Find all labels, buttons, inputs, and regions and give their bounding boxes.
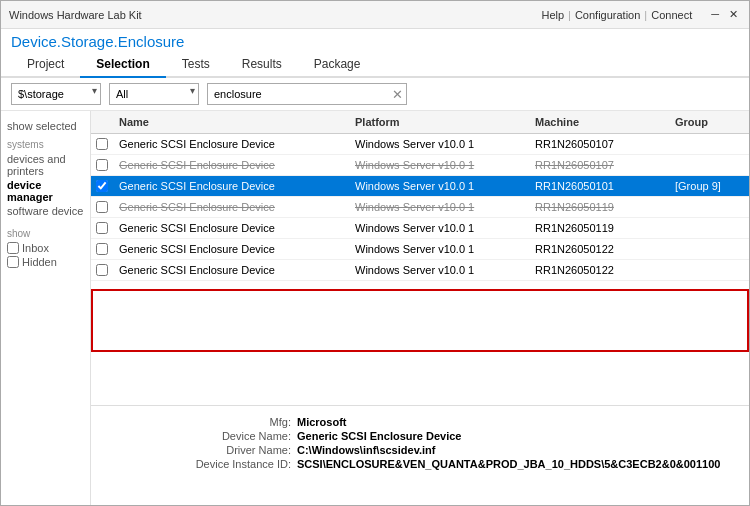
- col-header-group: Group: [669, 114, 749, 130]
- table-row[interactable]: Generic SCSI Enclosure DeviceWindows Ser…: [91, 134, 749, 155]
- row-check-cell: [91, 241, 113, 257]
- row-group: [669, 142, 749, 146]
- row-check-cell: [91, 136, 113, 152]
- row-checkbox[interactable]: [96, 159, 108, 171]
- col-header-name: Name: [113, 114, 349, 130]
- tab-project[interactable]: Project: [11, 52, 80, 78]
- sidebar-systems-label: systems: [7, 139, 84, 150]
- row-machine: RR1N26050107: [529, 136, 669, 152]
- row-platform: Windows Server v10.0 1: [349, 178, 529, 194]
- connect-link[interactable]: Connect: [651, 9, 692, 21]
- row-checkbox[interactable]: [96, 264, 108, 276]
- row-check-cell: [91, 220, 113, 236]
- row-check-cell: [91, 262, 113, 278]
- row-checkbox[interactable]: [96, 222, 108, 234]
- content-area: show selected systems devices and printe…: [1, 111, 749, 505]
- table-row[interactable]: Generic SCSI Enclosure DeviceWindows Ser…: [91, 260, 749, 281]
- row-machine: RR1N26050122: [529, 241, 669, 257]
- window-controls: ─ ✕: [708, 8, 741, 21]
- detail-panel: Mfg: Microsoft Device Name: Generic SCSI…: [91, 405, 749, 505]
- filter-dropdown[interactable]: All: [109, 83, 199, 105]
- row-platform: Windows Server v10.0 1: [349, 241, 529, 257]
- row-group: [Group 9]: [669, 178, 749, 194]
- row-name: Generic SCSI Enclosure Device: [113, 178, 349, 194]
- row-check-cell: [91, 178, 113, 194]
- mfg-label: Mfg:: [171, 416, 291, 428]
- mfg-value: Microsoft: [297, 416, 347, 428]
- sidebar-item-software-device[interactable]: software device: [7, 204, 84, 218]
- configuration-link[interactable]: Configuration: [575, 9, 640, 21]
- row-platform: Windows Server v10.0 1: [349, 157, 529, 173]
- detail-driver-name-row: Driver Name: C:\Windows\inf\scsidev.inf: [171, 444, 739, 456]
- tab-selection[interactable]: Selection: [80, 52, 165, 78]
- inbox-label: Inbox: [22, 242, 49, 254]
- col-header-check: [91, 114, 113, 130]
- breadcrumb: Device.Storage.Enclosure: [1, 29, 749, 52]
- row-checkbox[interactable]: [96, 243, 108, 255]
- table-row[interactable]: Generic SCSI Enclosure DeviceWindows Ser…: [91, 155, 749, 176]
- sidebar-item-device-manager[interactable]: device manager: [7, 178, 84, 204]
- row-platform: Windows Server v10.0 1: [349, 220, 529, 236]
- row-group: [669, 226, 749, 230]
- row-checkbox[interactable]: [96, 201, 108, 213]
- filter-dropdown-wrap[interactable]: All: [109, 83, 199, 105]
- minimize-button[interactable]: ─: [708, 8, 722, 21]
- row-check-cell: [91, 199, 113, 215]
- row-name: Generic SCSI Enclosure Device: [113, 136, 349, 152]
- detail-device-name-row: Device Name: Generic SCSI Enclosure Devi…: [171, 430, 739, 442]
- device-instance-value: SCSI\ENCLOSURE&VEN_QUANTA&PROD_JBA_10_HD…: [297, 458, 720, 470]
- sidebar-item-show-selected[interactable]: show selected: [7, 119, 84, 133]
- row-name: Generic SCSI Enclosure Device: [113, 157, 349, 173]
- row-platform: Windows Server v10.0 1: [349, 136, 529, 152]
- help-link[interactable]: Help: [541, 9, 564, 21]
- search-clear-button[interactable]: ✕: [392, 88, 403, 101]
- row-checkbox[interactable]: [96, 138, 108, 150]
- table-body: Generic SCSI Enclosure DeviceWindows Ser…: [91, 134, 749, 405]
- table-row[interactable]: Generic SCSI Enclosure DeviceWindows Ser…: [91, 239, 749, 260]
- device-name-value: Generic SCSI Enclosure Device: [297, 430, 461, 442]
- row-machine: RR1N26050101: [529, 178, 669, 194]
- row-platform: Windows Server v10.0 1: [349, 262, 529, 278]
- sidebar-show-label: show: [7, 228, 84, 239]
- row-group: [669, 163, 749, 167]
- search-wrap: ✕: [207, 83, 407, 105]
- tab-results[interactable]: Results: [226, 52, 298, 78]
- sidebar-check-hidden[interactable]: Hidden: [7, 255, 84, 269]
- close-button[interactable]: ✕: [726, 8, 741, 21]
- device-instance-label: Device Instance ID:: [171, 458, 291, 470]
- col-header-machine: Machine: [529, 114, 669, 130]
- driver-name-value: C:\Windows\inf\scsidev.inf: [297, 444, 435, 456]
- inbox-checkbox[interactable]: [7, 242, 19, 254]
- row-machine: RR1N26050119: [529, 220, 669, 236]
- nav-tabs: Project Selection Tests Results Package: [1, 52, 749, 78]
- main-window: Windows Hardware Lab Kit Help | Configur…: [0, 0, 750, 506]
- toolbar: $\storage All ✕: [1, 78, 749, 111]
- table-row[interactable]: Generic SCSI Enclosure DeviceWindows Ser…: [91, 176, 749, 197]
- row-name: Generic SCSI Enclosure Device: [113, 262, 349, 278]
- table-row[interactable]: Generic SCSI Enclosure DeviceWindows Ser…: [91, 218, 749, 239]
- sidebar-item-devices-printers[interactable]: devices and printers: [7, 152, 84, 178]
- row-machine: RR1N26050122: [529, 262, 669, 278]
- row-machine: RR1N26050107: [529, 157, 669, 173]
- hidden-checkbox[interactable]: [7, 256, 19, 268]
- row-checkbox[interactable]: [96, 180, 108, 192]
- tab-tests[interactable]: Tests: [166, 52, 226, 78]
- row-group: [669, 268, 749, 272]
- title-bar-actions: Help | Configuration | Connect ─ ✕: [541, 8, 741, 21]
- driver-name-label: Driver Name:: [171, 444, 291, 456]
- detail-mfg-row: Mfg: Microsoft: [171, 416, 739, 428]
- search-input[interactable]: [207, 83, 407, 105]
- row-name: Generic SCSI Enclosure Device: [113, 241, 349, 257]
- row-group: [669, 247, 749, 251]
- tab-package[interactable]: Package: [298, 52, 377, 78]
- window-title: Windows Hardware Lab Kit: [9, 9, 142, 21]
- main-panel: Name Platform Machine Group Generic SCSI…: [91, 111, 749, 505]
- row-check-cell: [91, 157, 113, 173]
- device-name-label: Device Name:: [171, 430, 291, 442]
- row-machine: RR1N26050119: [529, 199, 669, 215]
- sidebar-check-inbox[interactable]: Inbox: [7, 241, 84, 255]
- storage-dropdown[interactable]: $\storage: [11, 83, 101, 105]
- storage-dropdown-wrap[interactable]: $\storage: [11, 83, 101, 105]
- row-group: [669, 205, 749, 209]
- table-row[interactable]: Generic SCSI Enclosure DeviceWindows Ser…: [91, 197, 749, 218]
